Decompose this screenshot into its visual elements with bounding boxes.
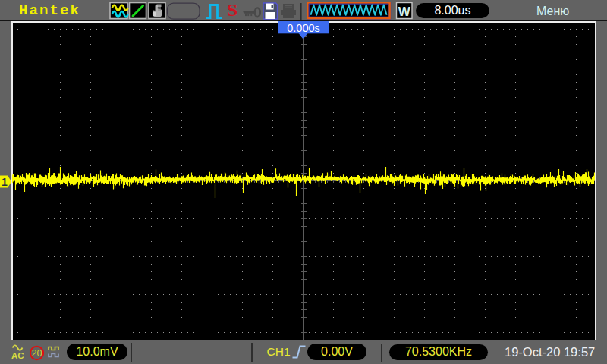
svg-text:20: 20 <box>32 348 42 359</box>
svg-text:AC: AC <box>11 351 24 360</box>
svg-text:W: W <box>398 5 411 19</box>
svg-text:0.000s: 0.000s <box>287 22 320 34</box>
svg-text:1: 1 <box>2 176 8 188</box>
